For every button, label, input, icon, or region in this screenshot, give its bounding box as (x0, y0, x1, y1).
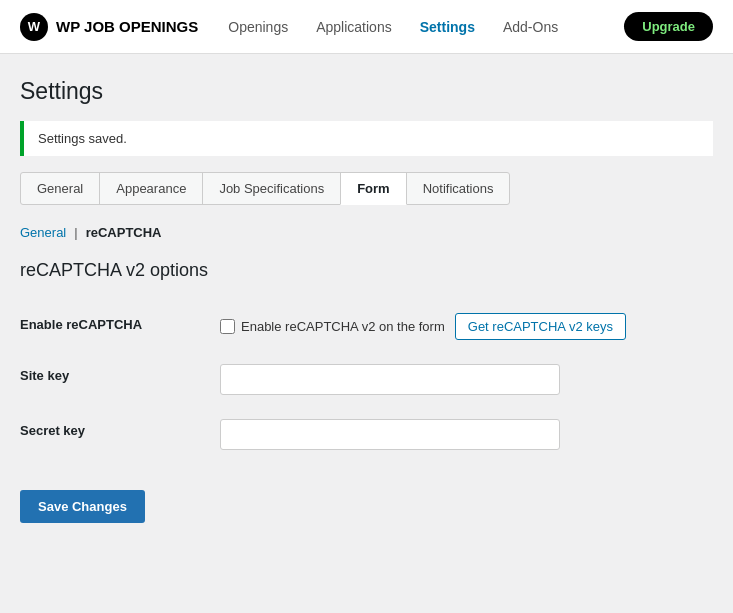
sub-nav-separator: | (74, 225, 77, 240)
header: W WP JOB OPENINGS Openings Applications … (0, 0, 733, 54)
nav-addons[interactable]: Add-Ons (503, 19, 558, 35)
enable-checkbox-text: Enable reCAPTCHA v2 on the form (241, 319, 445, 334)
enable-recaptcha-checkbox[interactable] (220, 319, 235, 334)
tab-form[interactable]: Form (340, 172, 407, 205)
site-key-label: Site key (20, 368, 69, 383)
sub-nav-current: reCAPTCHA (86, 225, 162, 240)
enable-recaptcha-label: Enable reCAPTCHA (20, 317, 142, 332)
form-table: Enable reCAPTCHA Enable reCAPTCHA v2 on … (20, 301, 713, 462)
nav-openings[interactable]: Openings (228, 19, 288, 35)
main-nav: Openings Applications Settings Add-Ons (228, 19, 594, 35)
nav-applications[interactable]: Applications (316, 19, 392, 35)
secret-key-input[interactable] (220, 419, 560, 450)
enable-recaptcha-checkbox-label[interactable]: Enable reCAPTCHA v2 on the form (220, 319, 445, 334)
site-key-row: Site key (20, 352, 713, 407)
logo-icon: W (20, 13, 48, 41)
settings-saved-notice: Settings saved. (20, 121, 713, 156)
logo[interactable]: W WP JOB OPENINGS (20, 13, 198, 41)
tab-job-specifications[interactable]: Job Specifications (202, 172, 341, 205)
secret-key-label: Secret key (20, 423, 85, 438)
tab-notifications[interactable]: Notifications (406, 172, 511, 205)
save-changes-button[interactable]: Save Changes (20, 490, 145, 523)
settings-tabs: General Appearance Job Specifications Fo… (20, 172, 713, 205)
site-key-input[interactable] (220, 364, 560, 395)
page-title: Settings (20, 78, 713, 105)
enable-recaptcha-row: Enable reCAPTCHA Enable reCAPTCHA v2 on … (20, 301, 713, 352)
section-heading: reCAPTCHA v2 options (20, 260, 713, 281)
sub-nav-general[interactable]: General (20, 225, 66, 240)
enable-recaptcha-field: Enable reCAPTCHA v2 on the form Get reCA… (220, 313, 713, 340)
secret-key-row: Secret key (20, 407, 713, 462)
tab-appearance[interactable]: Appearance (99, 172, 203, 205)
tab-general[interactable]: General (20, 172, 100, 205)
upgrade-button[interactable]: Upgrade (624, 12, 713, 41)
nav-settings[interactable]: Settings (420, 19, 475, 35)
main-content: Settings Settings saved. General Appeara… (0, 54, 733, 547)
get-keys-button[interactable]: Get reCAPTCHA v2 keys (455, 313, 626, 340)
notice-text: Settings saved. (38, 131, 127, 146)
logo-text: WP JOB OPENINGS (56, 18, 198, 35)
sub-nav: General | reCAPTCHA (20, 225, 713, 240)
